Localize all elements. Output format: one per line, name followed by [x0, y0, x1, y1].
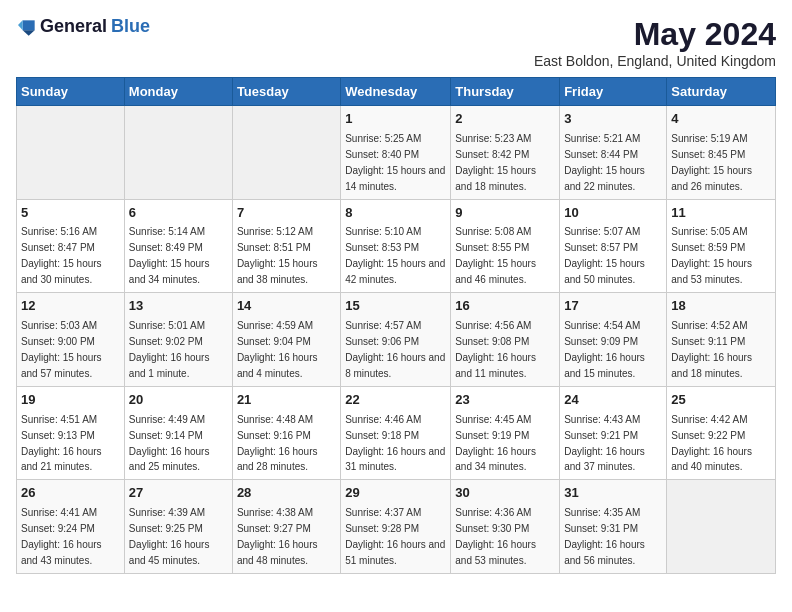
day-number: 2	[455, 110, 555, 129]
day-info: Sunrise: 4:45 AM Sunset: 9:19 PM Dayligh…	[455, 414, 536, 473]
calendar-cell: 9Sunrise: 5:08 AM Sunset: 8:55 PM Daylig…	[451, 199, 560, 293]
day-info: Sunrise: 4:39 AM Sunset: 9:25 PM Dayligh…	[129, 507, 210, 566]
day-info: Sunrise: 4:57 AM Sunset: 9:06 PM Dayligh…	[345, 320, 445, 379]
day-info: Sunrise: 5:12 AM Sunset: 8:51 PM Dayligh…	[237, 226, 318, 285]
day-number: 15	[345, 297, 446, 316]
calendar-cell: 28Sunrise: 4:38 AM Sunset: 9:27 PM Dayli…	[232, 480, 340, 574]
day-number: 30	[455, 484, 555, 503]
calendar-cell: 20Sunrise: 4:49 AM Sunset: 9:14 PM Dayli…	[124, 386, 232, 480]
calendar-cell: 1Sunrise: 5:25 AM Sunset: 8:40 PM Daylig…	[341, 106, 451, 200]
day-number: 28	[237, 484, 336, 503]
day-info: Sunrise: 5:07 AM Sunset: 8:57 PM Dayligh…	[564, 226, 645, 285]
weekday-header-sunday: Sunday	[17, 78, 125, 106]
calendar-cell: 5Sunrise: 5:16 AM Sunset: 8:47 PM Daylig…	[17, 199, 125, 293]
logo: GeneralBlue	[16, 16, 150, 37]
calendar-cell: 29Sunrise: 4:37 AM Sunset: 9:28 PM Dayli…	[341, 480, 451, 574]
calendar-body: 1Sunrise: 5:25 AM Sunset: 8:40 PM Daylig…	[17, 106, 776, 574]
title-area: May 2024 East Boldon, England, United Ki…	[534, 16, 776, 69]
weekday-header-thursday: Thursday	[451, 78, 560, 106]
day-number: 20	[129, 391, 228, 410]
calendar-cell: 16Sunrise: 4:56 AM Sunset: 9:08 PM Dayli…	[451, 293, 560, 387]
weekday-header-row: SundayMondayTuesdayWednesdayThursdayFrid…	[17, 78, 776, 106]
day-number: 12	[21, 297, 120, 316]
day-number: 7	[237, 204, 336, 223]
day-number: 23	[455, 391, 555, 410]
day-info: Sunrise: 5:01 AM Sunset: 9:02 PM Dayligh…	[129, 320, 210, 379]
day-number: 11	[671, 204, 771, 223]
day-info: Sunrise: 4:42 AM Sunset: 9:22 PM Dayligh…	[671, 414, 752, 473]
day-number: 6	[129, 204, 228, 223]
day-number: 3	[564, 110, 662, 129]
day-number: 21	[237, 391, 336, 410]
calendar-cell	[17, 106, 125, 200]
calendar-cell	[124, 106, 232, 200]
day-info: Sunrise: 4:49 AM Sunset: 9:14 PM Dayligh…	[129, 414, 210, 473]
day-number: 17	[564, 297, 662, 316]
day-info: Sunrise: 5:23 AM Sunset: 8:42 PM Dayligh…	[455, 133, 536, 192]
day-info: Sunrise: 4:56 AM Sunset: 9:08 PM Dayligh…	[455, 320, 536, 379]
calendar-week-row: 19Sunrise: 4:51 AM Sunset: 9:13 PM Dayli…	[17, 386, 776, 480]
day-info: Sunrise: 5:14 AM Sunset: 8:49 PM Dayligh…	[129, 226, 210, 285]
day-number: 4	[671, 110, 771, 129]
calendar-cell: 12Sunrise: 5:03 AM Sunset: 9:00 PM Dayli…	[17, 293, 125, 387]
svg-marker-2	[18, 20, 23, 30]
day-info: Sunrise: 4:54 AM Sunset: 9:09 PM Dayligh…	[564, 320, 645, 379]
calendar-cell: 18Sunrise: 4:52 AM Sunset: 9:11 PM Dayli…	[667, 293, 776, 387]
day-number: 16	[455, 297, 555, 316]
calendar-cell: 4Sunrise: 5:19 AM Sunset: 8:45 PM Daylig…	[667, 106, 776, 200]
calendar-cell: 13Sunrise: 5:01 AM Sunset: 9:02 PM Dayli…	[124, 293, 232, 387]
calendar-cell: 2Sunrise: 5:23 AM Sunset: 8:42 PM Daylig…	[451, 106, 560, 200]
day-number: 29	[345, 484, 446, 503]
day-info: Sunrise: 4:38 AM Sunset: 9:27 PM Dayligh…	[237, 507, 318, 566]
day-info: Sunrise: 5:16 AM Sunset: 8:47 PM Dayligh…	[21, 226, 102, 285]
day-info: Sunrise: 5:10 AM Sunset: 8:53 PM Dayligh…	[345, 226, 445, 285]
day-info: Sunrise: 5:03 AM Sunset: 9:00 PM Dayligh…	[21, 320, 102, 379]
day-number: 19	[21, 391, 120, 410]
day-info: Sunrise: 4:46 AM Sunset: 9:18 PM Dayligh…	[345, 414, 445, 473]
calendar-cell	[232, 106, 340, 200]
day-number: 5	[21, 204, 120, 223]
day-number: 14	[237, 297, 336, 316]
day-info: Sunrise: 5:19 AM Sunset: 8:45 PM Dayligh…	[671, 133, 752, 192]
weekday-header-friday: Friday	[560, 78, 667, 106]
day-info: Sunrise: 5:25 AM Sunset: 8:40 PM Dayligh…	[345, 133, 445, 192]
logo-icon	[16, 17, 36, 37]
day-number: 26	[21, 484, 120, 503]
calendar-cell: 26Sunrise: 4:41 AM Sunset: 9:24 PM Dayli…	[17, 480, 125, 574]
svg-marker-1	[23, 30, 35, 35]
header: GeneralBlue May 2024 East Boldon, Englan…	[16, 16, 776, 69]
day-info: Sunrise: 5:08 AM Sunset: 8:55 PM Dayligh…	[455, 226, 536, 285]
day-info: Sunrise: 5:05 AM Sunset: 8:59 PM Dayligh…	[671, 226, 752, 285]
calendar-cell: 22Sunrise: 4:46 AM Sunset: 9:18 PM Dayli…	[341, 386, 451, 480]
calendar-week-row: 5Sunrise: 5:16 AM Sunset: 8:47 PM Daylig…	[17, 199, 776, 293]
day-info: Sunrise: 4:51 AM Sunset: 9:13 PM Dayligh…	[21, 414, 102, 473]
calendar-cell: 21Sunrise: 4:48 AM Sunset: 9:16 PM Dayli…	[232, 386, 340, 480]
day-info: Sunrise: 4:43 AM Sunset: 9:21 PM Dayligh…	[564, 414, 645, 473]
calendar-cell: 15Sunrise: 4:57 AM Sunset: 9:06 PM Dayli…	[341, 293, 451, 387]
day-info: Sunrise: 5:21 AM Sunset: 8:44 PM Dayligh…	[564, 133, 645, 192]
day-number: 31	[564, 484, 662, 503]
logo-general: General	[40, 16, 107, 37]
day-number: 13	[129, 297, 228, 316]
weekday-header-wednesday: Wednesday	[341, 78, 451, 106]
day-number: 25	[671, 391, 771, 410]
location: East Boldon, England, United Kingdom	[534, 53, 776, 69]
day-info: Sunrise: 4:48 AM Sunset: 9:16 PM Dayligh…	[237, 414, 318, 473]
calendar-cell: 14Sunrise: 4:59 AM Sunset: 9:04 PM Dayli…	[232, 293, 340, 387]
calendar-week-row: 26Sunrise: 4:41 AM Sunset: 9:24 PM Dayli…	[17, 480, 776, 574]
calendar-cell	[667, 480, 776, 574]
logo-blue: Blue	[111, 16, 150, 37]
month-title: May 2024	[534, 16, 776, 53]
calendar-cell: 7Sunrise: 5:12 AM Sunset: 8:51 PM Daylig…	[232, 199, 340, 293]
calendar-cell: 11Sunrise: 5:05 AM Sunset: 8:59 PM Dayli…	[667, 199, 776, 293]
day-number: 8	[345, 204, 446, 223]
calendar-week-row: 1Sunrise: 5:25 AM Sunset: 8:40 PM Daylig…	[17, 106, 776, 200]
day-info: Sunrise: 4:36 AM Sunset: 9:30 PM Dayligh…	[455, 507, 536, 566]
calendar-cell: 27Sunrise: 4:39 AM Sunset: 9:25 PM Dayli…	[124, 480, 232, 574]
day-number: 1	[345, 110, 446, 129]
day-info: Sunrise: 4:35 AM Sunset: 9:31 PM Dayligh…	[564, 507, 645, 566]
calendar-cell: 6Sunrise: 5:14 AM Sunset: 8:49 PM Daylig…	[124, 199, 232, 293]
calendar-week-row: 12Sunrise: 5:03 AM Sunset: 9:00 PM Dayli…	[17, 293, 776, 387]
day-info: Sunrise: 4:41 AM Sunset: 9:24 PM Dayligh…	[21, 507, 102, 566]
day-number: 24	[564, 391, 662, 410]
